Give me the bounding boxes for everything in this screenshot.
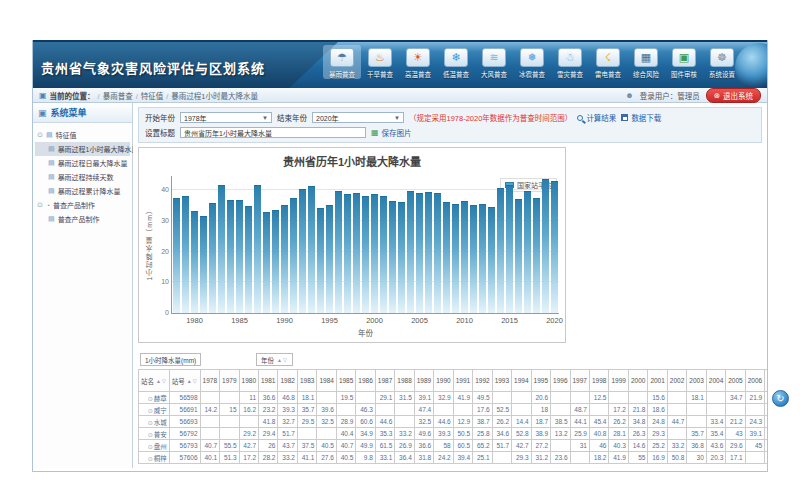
year-sort-control[interactable]: 年份 ▲▽	[256, 353, 293, 366]
tree-group-0[interactable]: ⊙▤特征值	[35, 128, 130, 142]
column-header-year-1984: 1984	[317, 370, 336, 392]
cell-56793-1982: 43.7	[278, 440, 297, 452]
bar-1987	[254, 185, 261, 313]
floating-refresh-button[interactable]: ↻	[772, 390, 789, 407]
hail-icon: ❅	[527, 52, 536, 63]
cell-56693-2001: 24.8	[648, 416, 667, 428]
toolbar-item-snow[interactable]: ☃雪灾普查	[551, 45, 589, 79]
bar-1980	[191, 211, 198, 313]
save-image-button[interactable]: ▦ 保存图片	[371, 127, 412, 138]
composite-risk-icon: ▦	[641, 52, 651, 63]
cell-56691-2007: 28.8	[765, 404, 767, 416]
cell-56793-2000: 14.6	[628, 440, 647, 452]
expander-icon[interactable]: ⊙	[37, 201, 43, 209]
bar-1989	[272, 210, 279, 313]
main-content: 开始年份 1978年 ▼ 结束年份 2020年 ▼ （规定采用1978-2020…	[133, 103, 767, 468]
end-year-select[interactable]: 2020年 ▼	[312, 112, 404, 123]
breadcrumb-item[interactable]: 暴雨过程1小时最大降水量	[171, 92, 258, 101]
value-type-selector[interactable]: 1小时降水量(mm)	[140, 353, 201, 366]
data-table: 站名▲▽站号▲▽19781979198019811982198319841985…	[138, 369, 767, 464]
toolbar-item-drought[interactable]: ♨干旱普查	[361, 45, 399, 79]
cell-56691-1980: 16.2	[239, 404, 258, 416]
sort-arrows-icon[interactable]: ▲▽	[156, 378, 167, 384]
logout-button[interactable]: ⊗ 退出系统	[706, 88, 761, 103]
cell-56792-1989: 49.6	[414, 428, 433, 440]
row-expand-icon[interactable]: ⊙	[148, 408, 153, 414]
toolbar-item-low-temp[interactable]: ❄低温普查	[437, 45, 475, 79]
bar-2003	[398, 202, 405, 313]
cell-56693-1998: 45.4	[589, 416, 608, 428]
bar-2007	[434, 193, 441, 313]
row-expand-icon[interactable]: ⊙	[148, 432, 153, 438]
column-header-year-2005: 2005	[726, 370, 745, 392]
bar-2017	[524, 191, 531, 313]
chevron-down-icon: ▼	[394, 115, 400, 121]
table-row: ⊙普安5679229.229.451.740.434.935.333.249.6…	[139, 428, 768, 440]
cell-56691-1992: 17.6	[473, 404, 492, 416]
bar-1984	[227, 200, 234, 314]
bar-2018	[533, 198, 540, 313]
cell-56598-2006: 21.9	[745, 392, 764, 404]
end-year-value: 2020年	[316, 113, 339, 123]
sort-arrows-icon[interactable]: ▲▽	[187, 378, 198, 384]
breadcrumb-item[interactable]: 暴雨普查	[103, 92, 133, 101]
toolbar-item-lightning[interactable]: ☇雷电普查	[589, 45, 627, 79]
breadcrumb-bar: ▣ 当前的位置： /暴雨普查/特征值/暴雨过程1小时最大降水量 ☻ 登录用户：管…	[33, 88, 767, 103]
station-name-label: 站名	[141, 376, 154, 386]
calculate-button[interactable]: 计算结果	[577, 112, 616, 123]
cell-56598-1984	[317, 392, 336, 404]
cell-56792-2000: 26.3	[628, 428, 647, 440]
sidebar-tree: ⊙▤特征值▤暴雨过程1小时最大降水量▤暴雨过程日最大降水量▤暴雨过程持续天数▤暴…	[33, 123, 132, 231]
start-year-select[interactable]: 1978年 ▼	[180, 112, 272, 123]
cell-56793-2006: 45	[745, 440, 764, 452]
toolbar-item-label: 暴雨普查	[329, 69, 355, 78]
cell-57606-1987: 33.1	[375, 452, 394, 464]
cell-56691-1978: 14.2	[200, 404, 219, 416]
cell-56598-1997	[570, 392, 589, 404]
cell-56598-1982: 46.8	[278, 392, 297, 404]
toolbar-item-composite-risk[interactable]: ▦综合风险	[627, 45, 665, 79]
cell-56793-1978: 40.7	[200, 440, 219, 452]
chart-title-input[interactable]: 贵州省历年1小时最大降水量	[180, 127, 366, 138]
download-button[interactable]: 数据下载	[621, 112, 661, 123]
x-tick-label: 1990	[276, 316, 293, 325]
sidebar-item[interactable]: ▤暴雨过程日最大降水量	[35, 156, 130, 170]
cell-56598-1994	[512, 392, 531, 404]
cell-56793-1992: 65.2	[473, 440, 492, 452]
cell-56792-1998: 40.8	[589, 428, 608, 440]
cell-56792-1997: 25.9	[570, 428, 589, 440]
sidebar-item[interactable]: ▤暴雨过程累计降水量	[35, 184, 130, 198]
range-note: （规定采用1978-2020年数据作为普查时间范围）	[409, 112, 572, 123]
station-name: 盘州	[154, 443, 167, 450]
sidebar-item[interactable]: ▤暴雨过程持续天数	[35, 170, 130, 184]
cell-56792-2001: 29.3	[648, 428, 667, 440]
app-window: 贵州省气象灾害风险评估与区划系统 ☂暴雨普查♨干旱普查☀高温普查❄低温普查≋大风…	[32, 40, 768, 472]
toolbar-item-hail[interactable]: ❅冰雹普查	[513, 45, 551, 79]
wind-icon: ≋	[489, 52, 498, 63]
cell-56691-1988	[395, 404, 414, 416]
cell-57606-1983: 41.1	[297, 452, 316, 464]
row-expand-icon[interactable]: ⊙	[148, 396, 153, 402]
cell-56793-1993: 51.7	[492, 440, 511, 452]
calculate-label: 计算结果	[586, 112, 616, 123]
column-header-station-name[interactable]: 站名▲▽	[139, 370, 170, 392]
toolbar-item-rainstorm[interactable]: ☂暴雨普查	[323, 45, 361, 79]
row-expand-icon[interactable]: ⊙	[148, 456, 153, 462]
cell-56691-1991	[453, 404, 472, 416]
toolbar-item-wind[interactable]: ≋大风普查	[475, 45, 513, 79]
toolbar-item-map-review[interactable]: ▣图件审核	[665, 45, 703, 79]
sidebar-item[interactable]: ▤普查产品制作	[35, 212, 130, 226]
table-controls: 1小时降水量(mm) 年份 ▲▽	[138, 353, 762, 369]
cell-56792-1999: 28.1	[609, 428, 628, 440]
sidebar-item[interactable]: ▤暴雨过程1小时最大降水量	[35, 142, 130, 156]
column-header-year-1996: 1996	[551, 370, 570, 392]
toolbar-item-high-temp[interactable]: ☀高温普查	[399, 45, 437, 79]
tree-group-1[interactable]: ⊙◔普查产品制作	[35, 198, 130, 212]
station-name-cell: ⊙水城	[139, 416, 170, 428]
column-header-station-id[interactable]: 站号▲▽	[169, 370, 200, 392]
icon-tile: ☸	[710, 48, 734, 67]
row-expand-icon[interactable]: ⊙	[148, 420, 153, 426]
breadcrumb-item[interactable]: 特征值	[141, 92, 164, 101]
expander-icon[interactable]: ⊙	[37, 131, 43, 139]
row-expand-icon[interactable]: ⊙	[148, 444, 153, 450]
